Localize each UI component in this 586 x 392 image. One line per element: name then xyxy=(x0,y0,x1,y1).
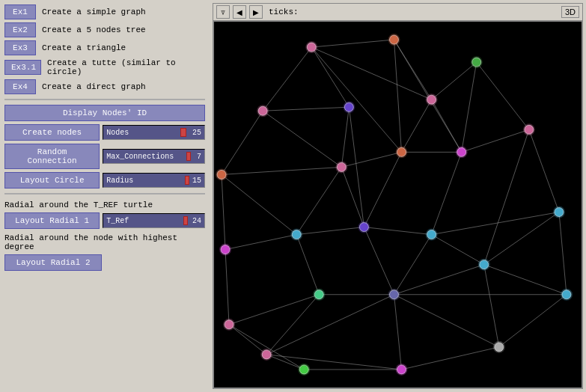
svg-point-99 xyxy=(427,230,436,239)
svg-point-97 xyxy=(359,223,368,232)
ex1-label: Create a simple graph xyxy=(42,7,146,16)
svg-line-33 xyxy=(222,111,263,174)
ex4-label: Create a direct graph xyxy=(42,82,146,91)
svg-point-73 xyxy=(397,365,406,374)
svg-point-69 xyxy=(562,290,571,299)
svg-line-12 xyxy=(484,129,529,264)
svg-line-48 xyxy=(296,227,364,235)
svg-line-41 xyxy=(432,99,462,152)
svg-line-22 xyxy=(484,265,499,347)
radius-slider[interactable]: Radius 15 xyxy=(103,173,205,188)
svg-line-34 xyxy=(222,167,341,174)
nodes-slider[interactable]: Nodes 25 xyxy=(103,125,205,140)
ex3-button[interactable]: Ex3 xyxy=(4,40,36,55)
tref-label: T_Ref xyxy=(106,217,129,225)
svg-line-56 xyxy=(266,295,394,355)
svg-line-44 xyxy=(341,152,401,167)
display-nodes-id-button[interactable]: Display Nodes' ID xyxy=(4,105,205,121)
svg-line-4 xyxy=(311,47,401,152)
svg-line-53 xyxy=(394,235,431,295)
svg-point-95 xyxy=(292,230,301,239)
nodes-slider-value: 25 xyxy=(192,129,201,137)
svg-line-13 xyxy=(529,129,559,212)
svg-line-24 xyxy=(266,355,401,370)
svg-line-47 xyxy=(296,167,341,234)
svg-line-35 xyxy=(222,174,296,234)
svg-point-75 xyxy=(299,365,308,374)
svg-line-21 xyxy=(402,347,499,370)
svg-line-49 xyxy=(296,235,319,295)
layout-radial1-row: Layout Radial 1 T_Ref 24 xyxy=(4,212,205,229)
svg-line-52 xyxy=(432,235,484,265)
svg-point-81 xyxy=(217,170,226,179)
svg-line-32 xyxy=(222,174,225,249)
svg-line-45 xyxy=(364,152,401,227)
create-nodes-button[interactable]: Create nodes xyxy=(4,124,100,141)
ex3_1-button[interactable]: Ex3.1 xyxy=(4,60,41,75)
nodes-slider-track xyxy=(180,128,186,137)
svg-line-11 xyxy=(462,129,529,152)
zoom-fit-button[interactable]: ⍒ xyxy=(216,5,230,19)
max-connections-track xyxy=(186,152,191,161)
svg-line-46 xyxy=(341,167,364,227)
nodes-slider-label: Nodes xyxy=(106,129,129,137)
tref-value: 24 xyxy=(192,217,201,225)
svg-point-83 xyxy=(258,106,267,115)
svg-line-8 xyxy=(432,62,477,99)
svg-line-17 xyxy=(484,265,567,295)
tref-track xyxy=(183,216,188,225)
random-connection-row: Random Connection Max_Connections 7 xyxy=(4,144,205,169)
svg-point-79 xyxy=(221,245,230,254)
svg-point-101 xyxy=(480,260,489,269)
nodes-layer xyxy=(216,34,573,376)
example-row-1: Ex1 Create a simple graph xyxy=(4,4,205,19)
radius-track xyxy=(185,176,189,185)
ex2-button[interactable]: Ex2 xyxy=(4,22,36,37)
radial-highest-label: Radial around the node with highest degr… xyxy=(4,233,205,251)
svg-line-0 xyxy=(311,40,394,47)
random-connection-button[interactable]: Random Connection xyxy=(4,144,100,169)
svg-line-54 xyxy=(394,265,483,295)
layout-radial2-button[interactable]: Layout Radial 2 xyxy=(4,254,102,271)
svg-line-7 xyxy=(394,40,401,152)
svg-line-2 xyxy=(311,47,349,107)
svg-line-20 xyxy=(394,295,498,347)
divider-2 xyxy=(4,193,205,195)
svg-point-93 xyxy=(337,162,346,171)
zoom-out-button[interactable]: ▶ xyxy=(249,5,263,19)
svg-point-91 xyxy=(397,147,406,156)
svg-line-10 xyxy=(477,62,529,129)
svg-line-29 xyxy=(225,250,229,325)
svg-line-23 xyxy=(394,295,401,370)
3d-button[interactable]: 3D xyxy=(561,6,579,18)
svg-line-50 xyxy=(364,227,431,235)
layout-circle-button[interactable]: Layout Circle xyxy=(4,172,100,189)
svg-point-105 xyxy=(314,290,323,299)
svg-line-3 xyxy=(311,47,431,99)
left-panel: Ex1 Create a simple graph Ex2 Create a 5… xyxy=(0,0,210,392)
svg-point-67 xyxy=(555,208,564,217)
ex1-button[interactable]: Ex1 xyxy=(4,4,36,19)
svg-line-38 xyxy=(341,107,349,167)
tref-slider[interactable]: T_Ref 24 xyxy=(103,213,205,228)
svg-line-16 xyxy=(559,212,567,295)
max-connections-value: 7 xyxy=(197,153,201,161)
svg-point-87 xyxy=(427,95,436,104)
radius-value: 15 xyxy=(192,177,201,185)
graph-toolbar: ⍒ ◀ ▶ ticks: 3D xyxy=(213,3,583,20)
graph-canvas[interactable] xyxy=(213,20,583,389)
svg-line-51 xyxy=(364,227,394,295)
layout-circle-row: Layout Circle Radius 15 xyxy=(4,172,205,189)
svg-point-89 xyxy=(457,147,466,156)
ex4-button[interactable]: Ex4 xyxy=(4,79,36,94)
svg-line-42 xyxy=(432,152,462,234)
example-row-4: Ex4 Create a direct graph xyxy=(4,79,205,94)
zoom-in-button[interactable]: ◀ xyxy=(233,5,246,19)
ex2-label: Create a 5 nodes tree xyxy=(42,25,146,34)
ticks-label: ticks: xyxy=(269,7,299,16)
divider-1 xyxy=(4,99,205,100)
max-connections-slider[interactable]: Max_Connections 7 xyxy=(103,149,205,164)
svg-point-71 xyxy=(495,343,504,352)
layout-radial1-button[interactable]: Layout Radial 1 xyxy=(4,212,100,229)
svg-line-39 xyxy=(349,107,364,227)
